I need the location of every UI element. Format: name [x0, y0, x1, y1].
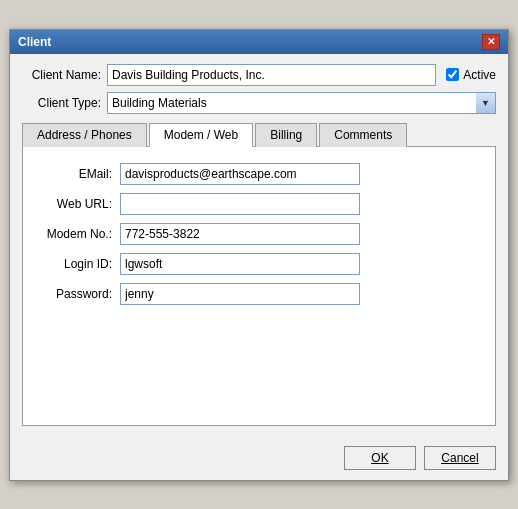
active-checkbox[interactable] — [446, 68, 459, 81]
email-row: EMail: — [35, 163, 483, 185]
login-id-label: Login ID: — [35, 257, 120, 271]
footer: OK Cancel — [10, 436, 508, 480]
web-url-row: Web URL: — [35, 193, 483, 215]
email-input[interactable] — [120, 163, 360, 185]
client-type-wrapper: Building Materials ▼ — [107, 92, 496, 114]
password-input[interactable] — [120, 283, 360, 305]
window-title: Client — [18, 35, 51, 49]
client-window: Client ✕ Client Name: Active Client Type… — [9, 29, 509, 481]
modem-no-row: Modem No.: — [35, 223, 483, 245]
client-name-left: Client Name: — [22, 64, 436, 86]
tab-address-phones[interactable]: Address / Phones — [22, 123, 147, 147]
tab-panel-modem-web: EMail: Web URL: Modem No.: Login ID: Pas… — [22, 146, 496, 426]
active-section: Active — [446, 68, 496, 82]
window-body: Client Name: Active Client Type: Buildin… — [10, 54, 508, 436]
tab-modem-web[interactable]: Modem / Web — [149, 123, 253, 147]
tab-comments[interactable]: Comments — [319, 123, 407, 147]
email-label: EMail: — [35, 167, 120, 181]
client-name-row: Client Name: Active — [22, 64, 496, 86]
tab-billing[interactable]: Billing — [255, 123, 317, 147]
modem-no-label: Modem No.: — [35, 227, 120, 241]
client-type-select[interactable]: Building Materials — [107, 92, 496, 114]
ok-button[interactable]: OK — [344, 446, 416, 470]
login-id-input[interactable] — [120, 253, 360, 275]
password-label: Password: — [35, 287, 120, 301]
web-url-label: Web URL: — [35, 197, 120, 211]
login-id-row: Login ID: — [35, 253, 483, 275]
cancel-button[interactable]: Cancel — [424, 446, 496, 470]
client-name-input[interactable] — [107, 64, 436, 86]
title-bar: Client ✕ — [10, 30, 508, 54]
client-type-label: Client Type: — [22, 96, 107, 110]
modem-no-input[interactable] — [120, 223, 360, 245]
client-name-label: Client Name: — [22, 68, 107, 82]
tab-bar: Address / Phones Modem / Web Billing Com… — [22, 122, 496, 146]
password-row: Password: — [35, 283, 483, 305]
client-type-row: Client Type: Building Materials ▼ — [22, 92, 496, 114]
active-label: Active — [463, 68, 496, 82]
close-button[interactable]: ✕ — [482, 34, 500, 50]
web-url-input[interactable] — [120, 193, 360, 215]
